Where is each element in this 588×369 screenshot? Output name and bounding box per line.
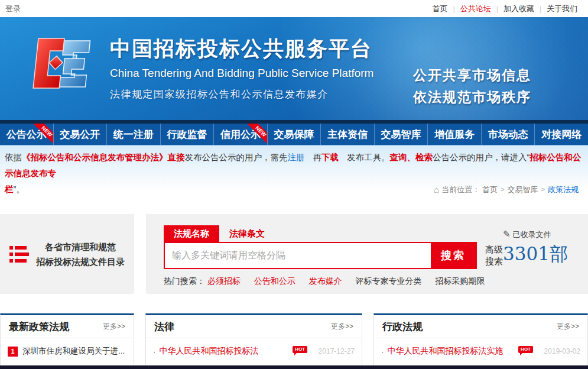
breadcrumb: ⌂ 当前位置： 首页 > 交易智库 > 政策法规 bbox=[434, 182, 583, 198]
collected-files-block: ✎已收录文件 3301部 bbox=[503, 229, 581, 267]
panel-list: · 中华人民共和国招标投标法实施 HOT 2019-03-02 · 中华人民共和… bbox=[374, 338, 587, 369]
bullet: · bbox=[153, 347, 156, 356]
hot-link-procurement-period[interactable]: 招标采购期限 bbox=[435, 276, 485, 286]
item-text: 中华人民共和国招标投标法 bbox=[160, 346, 290, 357]
hot-badge: HOT bbox=[518, 346, 533, 353]
nav-label: 交易公开 bbox=[60, 128, 100, 141]
panel-title: 最新政策法规 bbox=[9, 320, 69, 334]
nav-item-value-services[interactable]: 增值服务 bbox=[428, 124, 482, 145]
panel-latest-policies: 最新政策法规 更多>> 1 深圳市住房和建设局关于进... 2 中共中央国务院关… bbox=[0, 313, 134, 369]
list-item[interactable]: · 中华人民共和国招标投标法实施 HOT 2019-03-02 bbox=[381, 342, 580, 360]
divider: | bbox=[496, 5, 498, 13]
nav-item-market-trends[interactable]: 市场动态 bbox=[482, 124, 535, 145]
main-nav: 公告公示 NEW 交易公开 统一注册 行政监督 信用公示 NEW 交易保障 主体… bbox=[0, 124, 588, 146]
notice-line-2: 栏”。 ⌂ 当前位置： 首页 > 交易智库 > 政策法规 bbox=[5, 182, 583, 198]
nav-item-entity-credit[interactable]: 主体资信 bbox=[321, 124, 375, 145]
breadcrumb-sep: > bbox=[501, 182, 504, 198]
nav-item-admin-supervision[interactable]: 行政监督 bbox=[161, 124, 215, 145]
query-search-link[interactable]: 查询、检索 bbox=[390, 153, 433, 162]
item-text: 深圳市住房和建设局关于进... bbox=[22, 346, 125, 357]
nav-label: 市场动态 bbox=[488, 128, 528, 141]
catalog-line-1: 各省市清理和规范 bbox=[36, 239, 125, 254]
special-column-link[interactable]: 栏 bbox=[5, 184, 14, 194]
nav-item-connect-network[interactable]: 对接网络 bbox=[535, 124, 588, 145]
site-title: 中国招标投标公共服务平台 bbox=[110, 35, 373, 63]
panel-header: 行政法规 更多>> bbox=[374, 315, 587, 338]
list-icon bbox=[9, 243, 29, 266]
hot-search-label: 热门搜索： bbox=[164, 276, 205, 286]
nav-label: 行政监督 bbox=[167, 128, 207, 141]
register-link[interactable]: 注册 bbox=[288, 153, 305, 162]
site-subtitle: China Tendering And Bidding Public Servi… bbox=[110, 67, 373, 80]
breadcrumb-think-tank[interactable]: 交易智库 bbox=[508, 182, 538, 198]
notice-text: 公告公示的用户，请进入“ bbox=[433, 153, 529, 162]
panel-title: 行政法规 bbox=[382, 320, 423, 334]
hot-link-media[interactable]: 发布媒介 bbox=[309, 276, 342, 286]
topbar-link-home[interactable]: 首页 bbox=[433, 4, 448, 14]
download-link[interactable]: 下载 bbox=[321, 153, 339, 162]
provincial-catalog-card[interactable]: 各省市清理和规范 招标投标法规文件目录 bbox=[0, 214, 134, 294]
nav-item-trade-guarantee[interactable]: 交易保障 bbox=[268, 124, 321, 145]
hot-badge: HOT bbox=[293, 346, 307, 353]
breadcrumb-label: 当前位置： bbox=[441, 182, 480, 198]
item-date: 2019-03-02 bbox=[537, 347, 580, 355]
search-input[interactable] bbox=[165, 243, 431, 268]
topbar-link-forum[interactable]: 公共论坛 bbox=[460, 4, 491, 14]
bottom-dark-strip bbox=[0, 365, 588, 369]
topbar-links: 首页 | 公共论坛 | 加入收藏 | 关于我们 bbox=[427, 4, 583, 14]
hot-link-expert-category[interactable]: 评标专家专业分类 bbox=[356, 276, 422, 286]
search-button[interactable]: 搜索 bbox=[431, 243, 476, 268]
hot-search-row: 热门搜索： 必须招标 公告和公示 发布媒介 评标专家专业分类 招标采购期限 bbox=[164, 276, 588, 287]
search-section: 各省市清理和规范 招标投标法规文件目录 法规名称 法律条文 搜索 高级搜索 ✎已… bbox=[0, 214, 588, 294]
site-tagline: 法律规定国家级招标公告和公示信息发布媒介 bbox=[110, 88, 373, 101]
more-link[interactable]: 更多>> bbox=[103, 322, 125, 332]
site-header: 中国招标投标公共服务平台 China Tendering And Bidding… bbox=[0, 17, 588, 120]
panel-header: 最新政策法规 更多>> bbox=[1, 315, 134, 338]
nav-item-trade-open[interactable]: 交易公开 bbox=[54, 124, 108, 145]
pencil-icon: ✎ bbox=[503, 229, 511, 239]
login-link[interactable]: 登录 bbox=[5, 4, 21, 14]
hot-link-announcement[interactable]: 公告和公示 bbox=[254, 276, 295, 286]
nav-item-credit[interactable]: 信用公示 NEW bbox=[214, 124, 268, 145]
item-date: 2017-12-27 bbox=[311, 347, 355, 355]
breadcrumb-home[interactable]: 首页 bbox=[482, 182, 498, 198]
panel-list: · 中华人民共和国招标投标法 HOT 2017-12-27 · 中华人民共和国政… bbox=[146, 338, 362, 369]
header-slogan: 公开共享市场信息 依法规范市场秩序 bbox=[413, 64, 531, 108]
more-link[interactable]: 更多>> bbox=[557, 322, 579, 332]
topbar-link-about[interactable]: 关于我们 bbox=[547, 4, 577, 14]
item-text: 中华人民共和国招标投标法实施 bbox=[388, 346, 515, 357]
panel-laws: 法律 更多>> · 中华人民共和国招标投标法 HOT 2017-12-27 · … bbox=[145, 313, 362, 369]
divider: | bbox=[540, 5, 541, 13]
hot-link-must-tender[interactable]: 必须招标 bbox=[207, 276, 241, 286]
nav-label: 统一注册 bbox=[113, 128, 154, 141]
panel-title: 法律 bbox=[154, 320, 174, 334]
nav-label: 交易智库 bbox=[381, 128, 421, 141]
rank-badge: 1 bbox=[8, 347, 18, 357]
list-item[interactable]: · 中华人民共和国招标投标法 HOT 2017-12-27 bbox=[153, 342, 355, 360]
nav-item-announcements[interactable]: 公告公示 NEW bbox=[0, 124, 54, 145]
notice-text: 发布工具。 bbox=[347, 153, 390, 162]
nav-item-unified-register[interactable]: 统一注册 bbox=[107, 124, 161, 145]
nav-label: 交易保障 bbox=[274, 128, 314, 141]
notice-bar: 依据《招标公告和公示信息发布管理办法》直接发布公告公示的用户，需先注册再下载发布… bbox=[0, 146, 588, 199]
notice-law-link[interactable]: 《招标公告和公示信息发布管理办法》直接 bbox=[22, 153, 185, 162]
more-link[interactable]: 更多>> bbox=[331, 322, 353, 332]
search-panel: 法规名称 法律条文 搜索 高级搜索 ✎已收录文件 3301部 热门搜索： 必须招… bbox=[146, 214, 588, 294]
topbar-link-favorite[interactable]: 加入收藏 bbox=[503, 4, 534, 14]
search-box: 搜索 bbox=[164, 242, 477, 269]
slogan-line-1: 公开共享市场信息 bbox=[413, 64, 531, 86]
notice-text: 依据 bbox=[5, 153, 22, 162]
tab-law-name[interactable]: 法规名称 bbox=[164, 225, 219, 242]
collected-label-text: 已收录文件 bbox=[513, 230, 551, 239]
list-item[interactable]: 1 深圳市住房和建设局关于进... bbox=[8, 342, 126, 360]
nav-item-think-tank[interactable]: 交易智库 bbox=[375, 124, 428, 145]
tab-law-article[interactable]: 法律条文 bbox=[219, 225, 275, 242]
notice-line-1: 依据《招标公告和公示信息发布管理办法》直接发布公告公示的用户，需先注册再下载发布… bbox=[5, 150, 583, 182]
notice-text: ”。 bbox=[14, 184, 25, 194]
panel-admin-regulations: 行政法规 更多>> · 中华人民共和国招标投标法实施 HOT 2019-03-0… bbox=[373, 313, 588, 369]
breadcrumb-current[interactable]: 政策法规 bbox=[548, 182, 579, 198]
home-icon: ⌂ bbox=[434, 182, 439, 198]
panel-header: 法律 更多>> bbox=[146, 315, 362, 338]
topbar: 登录 首页 | 公共论坛 | 加入收藏 | 关于我们 bbox=[0, 0, 588, 17]
law-panels: 最新政策法规 更多>> 1 深圳市住房和建设局关于进... 2 中共中央国务院关… bbox=[0, 313, 588, 369]
